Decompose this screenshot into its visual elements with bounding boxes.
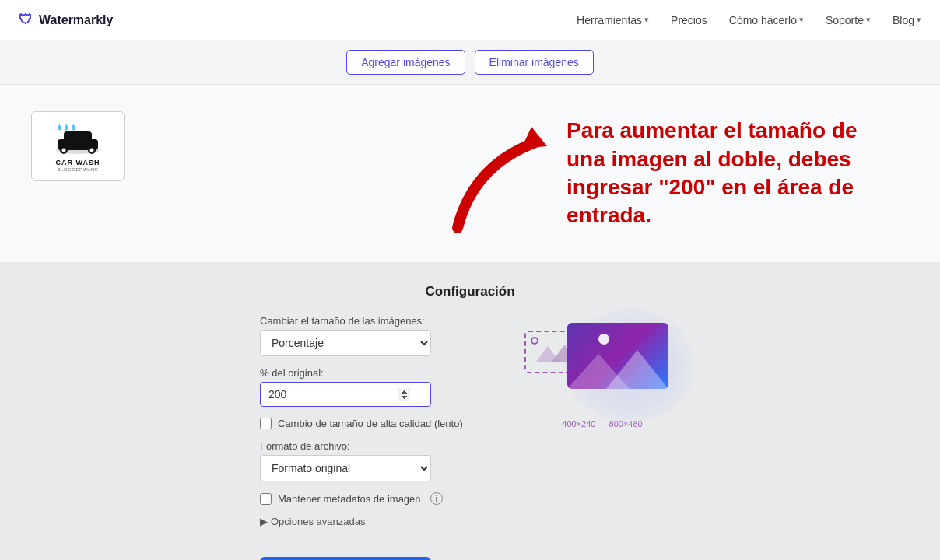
submit-button[interactable]: Cambiar el tamaño de las imágenes: [260, 557, 431, 560]
nav-soporte[interactable]: Soporte ▾: [826, 14, 871, 26]
nav-blog[interactable]: Blog ▾: [893, 14, 921, 26]
svg-text:💧💧💧: 💧💧💧: [56, 124, 77, 131]
info-icon[interactable]: i: [430, 492, 443, 505]
nav-como-hacerlo[interactable]: Cómo hacerlo ▾: [729, 14, 804, 26]
settings-body: Cambiar el tamaño de las imágenes: Porce…: [260, 315, 680, 560]
large-mountains-svg: [567, 346, 668, 389]
brand-name: Watermarkly: [39, 13, 113, 27]
metadata-checkbox[interactable]: [260, 493, 272, 505]
car-wash-logo: 💧💧💧 CAR WASH BLOGGERWARE: [32, 112, 124, 180]
format-label: Formato de archivo:: [260, 440, 478, 452]
percent-input-wrap: [260, 382, 431, 407]
metadata-checkbox-row: Mantener metadatos de imagen i: [260, 492, 478, 505]
chevron-down-icon: ▾: [866, 15, 871, 25]
svg-point-6: [90, 149, 94, 152]
content-area: 💧💧💧 CAR WASH BLOGGERWARE Para aumentar e…: [0, 85, 940, 560]
toolbar: Agregar imágenes Eliminar imágenes: [0, 40, 940, 85]
settings-left: Cambiar el tamaño de las imágenes: Porce…: [260, 315, 478, 560]
tip-text: Para aumentar el tamaño de una imagen al…: [566, 117, 893, 230]
shield-icon: 🛡: [19, 12, 33, 28]
settings-title: Configuración: [425, 284, 514, 299]
brand-logo[interactable]: 🛡 Watermarkly: [19, 12, 113, 28]
nav-herramientas[interactable]: Herramientas ▾: [577, 14, 649, 26]
add-images-button[interactable]: Agregar imágenes: [346, 50, 465, 75]
advanced-label: Opciones avanzadas: [271, 516, 365, 527]
svg-rect-2: [64, 131, 92, 142]
arrow-illustration: [411, 103, 566, 243]
logo-text: CAR WASH: [56, 159, 100, 167]
triangle-icon: ▶: [260, 516, 268, 527]
format-select[interactable]: Formato original JPEG PNG WEBP: [260, 455, 431, 481]
remove-images-button[interactable]: Eliminar imágenes: [475, 50, 594, 75]
settings-section: Configuración Cambiar el tamaño de las i…: [0, 262, 940, 560]
advanced-options-toggle[interactable]: ▶ Opciones avanzadas: [260, 516, 478, 527]
nav-links: Herramientas ▾ Precios Cómo hacerlo ▾ So…: [577, 14, 921, 26]
logo-svg: 💧💧💧: [47, 121, 109, 159]
percent-field-group: % del original:: [260, 367, 478, 407]
settings-right: 400×240 — 800×480: [524, 315, 680, 429]
logo-sub: BLOGGERWARE: [58, 167, 99, 172]
svg-marker-12: [606, 350, 668, 389]
hq-label[interactable]: Cambio de tamaño de alta calidad (lento): [278, 418, 463, 429]
chevron-down-icon: ▾: [644, 15, 649, 25]
top-section: 💧💧💧 CAR WASH BLOGGERWARE Para aumentar e…: [0, 85, 940, 262]
svg-point-4: [62, 149, 66, 152]
navbar: 🛡 Watermarkly Herramientas ▾ Precios Cóm…: [0, 0, 940, 40]
hq-checkbox[interactable]: [260, 418, 272, 429]
svg-marker-8: [521, 127, 547, 149]
hq-checkbox-row: Cambio de tamaño de alta calidad (lento): [260, 418, 478, 429]
illus-wrap: [524, 315, 680, 416]
percent-input[interactable]: [260, 382, 431, 407]
chevron-down-icon: ▾: [917, 15, 921, 25]
nav-precios[interactable]: Precios: [671, 14, 707, 26]
resize-field-group: Cambiar el tamaño de las imágenes: Porce…: [260, 315, 478, 356]
resize-label: Cambiar el tamaño de las imágenes:: [260, 315, 478, 327]
format-field-group: Formato de archivo: Formato original JPE…: [260, 440, 478, 481]
percent-label: % del original:: [260, 367, 478, 379]
metadata-label[interactable]: Mantener metadatos de imagen: [278, 493, 421, 505]
image-thumbnail[interactable]: 💧💧💧 CAR WASH BLOGGERWARE: [31, 111, 125, 181]
chevron-down-icon: ▾: [799, 15, 804, 25]
resize-select[interactable]: Porcentaje Píxeles Centímetros: [260, 330, 431, 356]
size-illustration: 400×240 — 800×480: [524, 315, 680, 429]
